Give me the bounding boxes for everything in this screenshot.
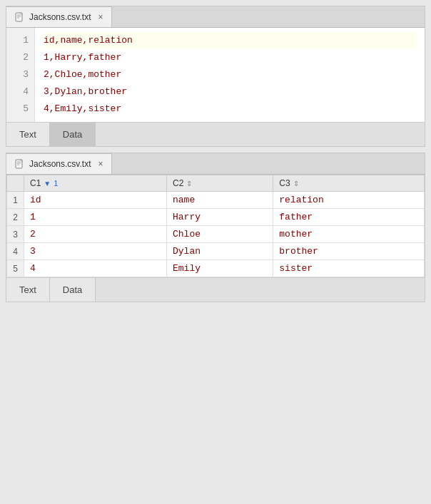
cell-1-c2: name: [167, 192, 273, 209]
table-row: 5 4 Emily sister: [7, 260, 425, 277]
line-num-2: 2: [6, 49, 34, 66]
bottom-tab-label: Jacksons.csv.txt: [29, 159, 91, 169]
bottom-table-container: C1 ▼ 1 C2 ⇕ C3 ⇕: [6, 175, 425, 277]
data-table: C1 ▼ 1 C2 ⇕ C3 ⇕: [6, 175, 425, 277]
cell-5-c1: 4: [24, 260, 167, 277]
cell-4-c2: Dylan: [167, 243, 273, 260]
cell-4-c1: 3: [24, 243, 167, 260]
cell-2-c3: father: [273, 209, 425, 226]
cell-1-c1: id: [24, 192, 167, 209]
table-row: 2 1 Harry father: [7, 209, 425, 226]
text-line-2: 1,Harry,father: [44, 49, 416, 66]
table-row: 3 2 Chloe mother: [7, 226, 425, 243]
row-num-4: 4: [7, 243, 24, 260]
cell-5-c3: sister: [273, 260, 425, 277]
bottom-tab-close[interactable]: ×: [98, 159, 103, 169]
table-header-row: C1 ▼ 1 C2 ⇕ C3 ⇕: [7, 175, 425, 192]
file-icon-2: [15, 159, 25, 169]
row-num-2: 2: [7, 209, 24, 226]
cell-5-c2: Emily: [167, 260, 273, 277]
cell-1-c3: relation: [273, 192, 425, 209]
top-bottom-tabs: Text Data: [6, 122, 425, 146]
cell-3-c2: Chloe: [167, 226, 273, 243]
cell-3-c3: mother: [273, 226, 425, 243]
text-line-4: 3,Dylan,brother: [44, 83, 416, 101]
bottom-tab-bar: Jacksons.csv.txt ×: [6, 153, 425, 175]
text-line-5: 4,Emily,sister: [44, 101, 416, 118]
top-tab-close[interactable]: ×: [98, 12, 103, 22]
bottom-panel: Jacksons.csv.txt × C1 ▼ 1: [6, 153, 425, 302]
row-num-3: 3: [7, 226, 24, 243]
c1-col-num: 1: [54, 179, 58, 187]
table-row: 1 id name relation: [7, 192, 425, 209]
table-row: 4 3 Dylan brother: [7, 243, 425, 260]
top-panel: Jacksons.csv.txt × 1 2 3 4 5 id,name,rel…: [6, 6, 425, 147]
top-tab-label: Jacksons.csv.txt: [29, 12, 91, 22]
row-num-5: 5: [7, 260, 24, 277]
c1-sort-down-icon: ▼: [44, 180, 51, 187]
top-text-tab[interactable]: Text: [6, 123, 50, 146]
cell-2-c2: Harry: [167, 209, 273, 226]
text-line-3: 2,Chloe,mother: [44, 66, 416, 83]
cell-4-c3: brother: [273, 243, 425, 260]
file-icon: [15, 12, 25, 22]
top-data-tab[interactable]: Data: [50, 123, 96, 146]
bottom-file-tab[interactable]: Jacksons.csv.txt ×: [6, 153, 112, 174]
c3-sort-icon: ⇕: [293, 180, 299, 187]
text-line-1: id,name,relation: [44, 32, 416, 49]
col-c3-header[interactable]: C3 ⇕: [273, 175, 425, 192]
bottom-text-tab[interactable]: Text: [6, 278, 50, 302]
bottom-bottom-tabs: Text Data: [6, 277, 425, 302]
line-num-4: 4: [6, 83, 34, 101]
col-c1-header[interactable]: C1 ▼ 1: [24, 175, 167, 192]
top-content-area: 1 2 3 4 5 id,name,relation 1,Harry,fathe…: [6, 28, 425, 122]
top-tab-bar: Jacksons.csv.txt ×: [6, 6, 425, 28]
col-c2-header[interactable]: C2 ⇕: [167, 175, 273, 192]
top-file-tab[interactable]: Jacksons.csv.txt ×: [6, 6, 112, 27]
row-num-header: [7, 175, 24, 192]
top-text-content: id,name,relation 1,Harry,father 2,Chloe,…: [35, 28, 425, 122]
row-num-1: 1: [7, 192, 24, 209]
line-num-5: 5: [6, 101, 34, 118]
cell-2-c1: 1: [24, 209, 167, 226]
bottom-data-tab[interactable]: Data: [50, 278, 96, 302]
cell-3-c1: 2: [24, 226, 167, 243]
top-line-numbers: 1 2 3 4 5: [6, 28, 35, 122]
c2-sort-icon: ⇕: [186, 180, 192, 187]
line-num-1: 1: [6, 32, 34, 49]
line-num-3: 3: [6, 66, 34, 83]
